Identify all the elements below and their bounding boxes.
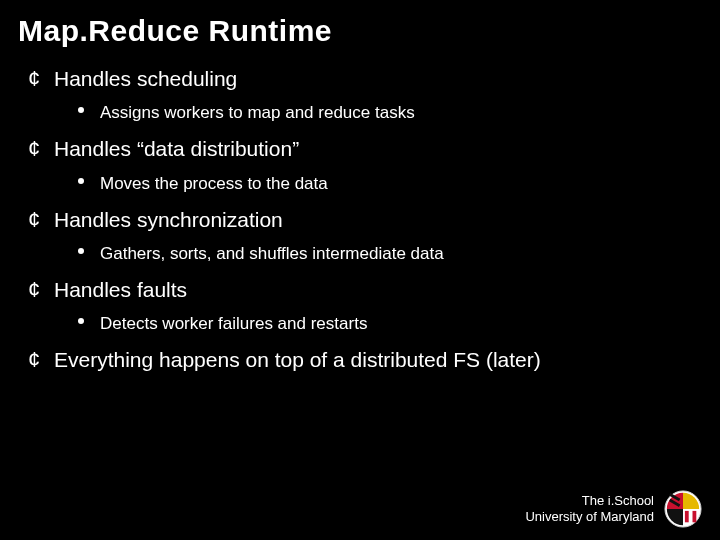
dot-bullet-icon [78, 313, 100, 324]
umd-logo-icon [664, 490, 702, 528]
bullet-text: Handles faults [54, 277, 187, 303]
sub-bullet-item: Moves the process to the data [78, 173, 702, 195]
bullet-item: ¢ Handles faults [28, 277, 702, 303]
svg-rect-1 [685, 511, 689, 522]
slide: Map.Reduce Runtime ¢ Handles scheduling … [0, 0, 720, 540]
bullet-item: ¢ Handles scheduling [28, 66, 702, 92]
bullet-text: Handles “data distribution” [54, 136, 299, 162]
slide-footer: The i.School University of Maryland [525, 490, 702, 528]
sub-bullet-text: Gathers, sorts, and shuffles intermediat… [100, 243, 444, 265]
bullet-text: Everything happens on top of a distribut… [54, 347, 541, 373]
hollow-bullet-icon: ¢ [28, 136, 54, 160]
footer-line-2: University of Maryland [525, 509, 654, 525]
hollow-bullet-icon: ¢ [28, 347, 54, 371]
sub-bullet-item: Assigns workers to map and reduce tasks [78, 102, 702, 124]
bullet-item: ¢ Handles synchronization [28, 207, 702, 233]
slide-title: Map.Reduce Runtime [18, 14, 702, 48]
bullet-item: ¢ Everything happens on top of a distrib… [28, 347, 702, 373]
bullet-item: ¢ Handles “data distribution” [28, 136, 702, 162]
hollow-bullet-icon: ¢ [28, 207, 54, 231]
sub-bullet-text: Detects worker failures and restarts [100, 313, 367, 335]
sub-bullet-item: Detects worker failures and restarts [78, 313, 702, 335]
hollow-bullet-icon: ¢ [28, 66, 54, 90]
footer-line-1: The i.School [525, 493, 654, 509]
footer-text: The i.School University of Maryland [525, 493, 654, 526]
bullet-text: Handles synchronization [54, 207, 283, 233]
hollow-bullet-icon: ¢ [28, 277, 54, 301]
svg-rect-2 [693, 511, 697, 522]
sub-bullet-text: Moves the process to the data [100, 173, 328, 195]
dot-bullet-icon [78, 243, 100, 254]
slide-body: ¢ Handles scheduling Assigns workers to … [18, 66, 702, 374]
dot-bullet-icon [78, 173, 100, 184]
sub-bullet-text: Assigns workers to map and reduce tasks [100, 102, 415, 124]
sub-bullet-item: Gathers, sorts, and shuffles intermediat… [78, 243, 702, 265]
dot-bullet-icon [78, 102, 100, 113]
bullet-text: Handles scheduling [54, 66, 237, 92]
